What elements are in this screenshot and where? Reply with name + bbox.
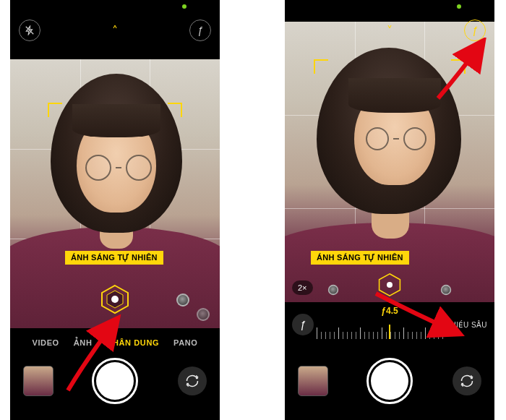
depth-control-button[interactable]: ƒ xyxy=(189,20,211,41)
zoom-level-pill[interactable]: 2× xyxy=(292,280,313,295)
mode-video[interactable]: VIDEO xyxy=(33,338,59,348)
recording-indicator-dot xyxy=(182,4,186,9)
flash-off-icon xyxy=(25,25,35,35)
aperture-slider-indicator xyxy=(389,325,390,339)
last-photo-thumbnail[interactable] xyxy=(23,366,53,396)
switch-camera-icon xyxy=(186,374,199,387)
options-chevron[interactable]: ˄ xyxy=(104,20,126,41)
f-depth-icon: ƒ xyxy=(472,25,478,36)
mode-photo[interactable]: ẢNH xyxy=(74,338,93,348)
svg-point-3 xyxy=(111,296,119,303)
camera-viewfinder[interactable]: ÁNH SÁNG TỰ NHIÊN xyxy=(10,59,220,328)
shutter-button[interactable] xyxy=(92,358,138,404)
phone-screenshot-left: ˄ ƒ ÁNH SÁNG TỰ NHI xyxy=(10,0,220,420)
lighting-option-dot[interactable] xyxy=(328,285,338,295)
switch-camera-icon xyxy=(460,374,473,387)
shutter-button[interactable] xyxy=(366,358,413,404)
aperture-value: ƒ4.5 xyxy=(381,306,398,316)
phone-screenshot-right: ˅ ƒ ÁNH SÁNG TỰ NHIÊN 2× xyxy=(285,0,494,420)
mode-pano[interactable]: PANO xyxy=(173,338,197,348)
f-depth-icon: ƒ xyxy=(197,25,203,36)
aperture-slider[interactable] xyxy=(317,323,453,339)
lighting-mode-badge: ÁNH SÁNG TỰ NHIÊN xyxy=(65,251,163,265)
svg-point-6 xyxy=(387,282,393,288)
options-chevron[interactable]: ˅ xyxy=(379,20,400,41)
camera-mode-row: VIDEO ẢNH CHÂN DUNG PANO xyxy=(10,338,220,348)
mode-portrait[interactable]: CHÂN DUNG xyxy=(106,338,159,348)
switch-camera-button[interactable] xyxy=(453,367,481,395)
switch-camera-button[interactable] xyxy=(178,367,207,395)
lighting-option-dot[interactable] xyxy=(176,293,189,307)
recording-indicator-dot xyxy=(457,4,461,9)
last-photo-thumbnail[interactable] xyxy=(298,366,328,396)
lighting-effect-picker[interactable] xyxy=(99,283,131,315)
depth-f-button[interactable]: ƒ xyxy=(292,314,314,335)
lighting-effect-picker[interactable] xyxy=(377,272,402,297)
lighting-mode-badge: ÁNH SÁNG TỰ NHIÊN xyxy=(311,251,409,265)
flash-toggle-button[interactable] xyxy=(19,20,40,41)
lighting-option-dot[interactable] xyxy=(197,308,210,321)
f-depth-icon: ƒ xyxy=(300,319,306,330)
depth-control-button[interactable]: ƒ xyxy=(464,20,486,41)
camera-viewfinder[interactable]: ÁNH SÁNG TỰ NHIÊN 2× xyxy=(285,22,494,302)
depth-control-bar: ƒ ƒ4.5 CHIỀU SÂU xyxy=(285,304,494,345)
lighting-option-dot[interactable] xyxy=(441,285,451,295)
